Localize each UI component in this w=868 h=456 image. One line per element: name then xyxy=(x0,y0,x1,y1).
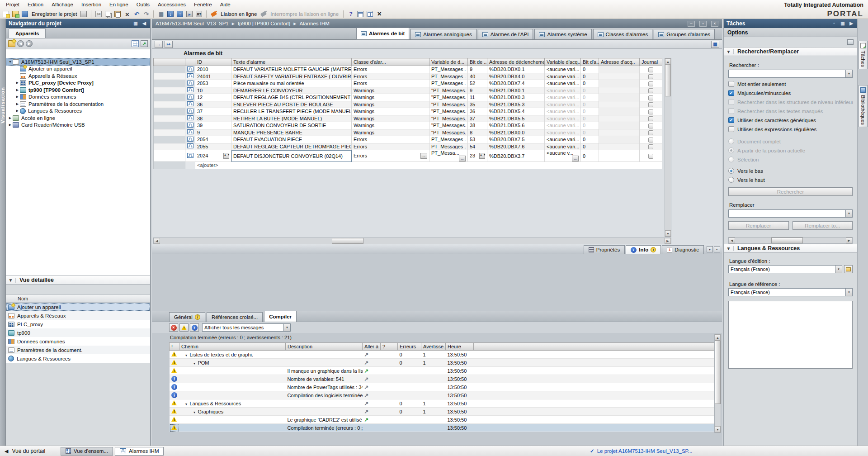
detail-view-header[interactable]: ▼ Vue détaillée xyxy=(6,276,150,285)
insert-row-icon[interactable]: → xyxy=(155,41,163,48)
side-tab-biblioth-ques[interactable]: Bibliothèques xyxy=(859,85,868,127)
cell-journal[interactable] xyxy=(640,66,662,73)
alarm-row-39[interactable]: 39SATURATION CONVOYEUR DE SORTIEWarnings… xyxy=(154,122,662,129)
cell-id[interactable]: 2053 xyxy=(195,80,231,87)
go-online-icon[interactable] xyxy=(210,10,218,18)
cell-chemin[interactable]: ▼Langues & Ressources xyxy=(179,399,286,408)
message-filter-select[interactable]: Afficher tous les messages ▼ xyxy=(202,323,291,332)
tree-item-ajouter-un-appareil[interactable]: Ajouter un appareil xyxy=(6,66,150,73)
cell-adresse[interactable]: %DB20.DBX7.4 xyxy=(487,80,545,87)
tab-classes-d-alarmes[interactable]: Classes d'alarmes xyxy=(593,29,653,39)
detail-view-column-header[interactable]: Nom xyxy=(6,294,150,303)
list-item-appareils-r-seaux[interactable]: Appareils & Réseaux xyxy=(6,311,150,320)
cell-classe[interactable]: Errors xyxy=(352,80,429,87)
cell-ack-variable[interactable]: <aucune vari... xyxy=(545,115,581,122)
cell-description[interactable] xyxy=(286,351,363,359)
alarm-row-2054[interactable]: 2054DEFAUT EVACUATION PIECEErrorsPT_Mess… xyxy=(154,136,662,143)
column-header-heure[interactable]: Heure xyxy=(446,343,474,351)
checkbox-majuscules-minuscules[interactable]: Majuscules/minuscules xyxy=(728,90,853,96)
chevron-down-icon[interactable]: ▼ xyxy=(845,70,852,77)
cell-ack-bit[interactable]: 0 xyxy=(581,108,599,115)
accessible-devices-icon[interactable] xyxy=(347,10,355,18)
cell-adresse[interactable]: %DB20.DBX0.1 xyxy=(487,66,545,73)
cell-journal[interactable] xyxy=(640,94,662,101)
journal-checkbox[interactable] xyxy=(648,130,653,135)
cell-journal[interactable] xyxy=(640,143,662,150)
cell-ack-bit[interactable]: 0 xyxy=(581,66,599,73)
goto-arrow-icon[interactable]: ↗ xyxy=(364,352,369,358)
compile-row-le-graphique-cadre2[interactable]: Le graphique 'CADRE2' est utilisé dans p… xyxy=(170,416,720,424)
list-item-ajouter-un-appareil[interactable]: Ajouter un appareil xyxy=(6,303,150,311)
scroll-left-icon[interactable]: ◀ xyxy=(729,238,735,243)
menu-projet[interactable]: Projet xyxy=(2,0,24,9)
list-item-donn-es-communes[interactable]: Données communes xyxy=(6,337,150,346)
column-header-avertisse[interactable]: Avertisse... xyxy=(421,343,446,351)
cell-texte[interactable]: DEFAUT REGLAGE CAPTEUR DETROMPAGE PIECE xyxy=(231,143,352,150)
scroll-left-icon[interactable]: ◀ xyxy=(154,238,160,244)
float-panel-icon[interactable]: ▫ xyxy=(831,21,837,26)
start-window-icon[interactable] xyxy=(356,10,364,18)
cell-variable[interactable]: PT_Messages . xyxy=(429,143,468,150)
cell-classe[interactable]: Errors xyxy=(352,143,429,150)
dock-tab-info[interactable]: iInfoi xyxy=(626,245,661,254)
radio-s-lection[interactable]: Sélection xyxy=(728,157,853,162)
scroll-up-icon[interactable]: ▲ xyxy=(715,334,721,341)
cell-ack-bit[interactable]: 0 xyxy=(581,150,599,162)
languages-resources-header[interactable]: ▼ Langues & Ressources xyxy=(724,244,857,253)
cell-journal[interactable] xyxy=(640,136,662,143)
goto-arrow-icon[interactable]: ↗ xyxy=(364,368,369,374)
cell-id[interactable]: 2024▲ ▼ xyxy=(195,150,231,162)
cell-variable[interactable]: "PT_Messages. xyxy=(429,94,468,101)
scroll-thumb[interactable] xyxy=(771,238,803,243)
chevron-down-icon[interactable]: ▼ xyxy=(283,324,290,331)
cell-ack-adresse[interactable] xyxy=(599,87,640,94)
tree-item-a16m7513-ihm-seul-v13-sp1[interactable]: ▼A16M7513-IHM Seul_V13_SP1 xyxy=(6,58,150,66)
project-status[interactable]: ✓ Le projet A16M7513-IHM Seul_V13_SP... xyxy=(590,448,692,454)
expand-icon[interactable]: ▶ xyxy=(8,123,13,127)
cell-ack-adresse[interactable] xyxy=(599,143,640,150)
statusbar-button-vue-d-ensem[interactable]: Vue d'ensem... xyxy=(61,447,113,456)
upload-from-device-icon[interactable] xyxy=(176,10,184,18)
goto-arrow-icon[interactable]: ↗ xyxy=(364,376,369,382)
compile-row-compilation-termin-e[interactable]: Compilation terminée (erreurs : 0 ; aver… xyxy=(170,424,720,432)
checkbox-icon[interactable] xyxy=(728,81,734,87)
checkbox-rechercher-dans-les-textes-masqu-s[interactable]: Rechercher dans les textes masqués xyxy=(728,108,853,114)
cell-bit[interactable]: 23▲ ▼ xyxy=(468,150,487,162)
cell-adresse[interactable]: %DB21.DBX0.0 xyxy=(487,129,545,136)
cell-description[interactable]: Il manque un graphique dans la liste de … xyxy=(286,367,363,375)
cell-classe[interactable]: Warnings xyxy=(352,94,429,101)
language-list-box[interactable] xyxy=(728,301,853,369)
radio-vers-le-haut[interactable]: Vers le haut xyxy=(728,177,853,183)
scroll-thumb[interactable] xyxy=(332,238,363,244)
tab-alarmes-syst-me[interactable]: Alarmes système xyxy=(534,29,591,39)
scroll-down-icon[interactable]: ▼ xyxy=(715,426,721,432)
tab-compiler[interactable]: Compiler xyxy=(264,311,297,322)
cell-description[interactable]: Nombre de variables: 541 xyxy=(286,375,363,383)
cell-classe[interactable]: Errors... xyxy=(352,150,429,162)
cell-adresse[interactable]: %DB21.DBX5.3 xyxy=(487,101,545,108)
breadcrumb-a16m7513-ihm-seul-v13-sp1[interactable]: A16M7513-IHM Seul_V13_SP1 xyxy=(156,21,229,26)
cell-ack-adresse[interactable] xyxy=(599,129,640,136)
checkbox-utiliser-des-caract-res-g-n-riques[interactable]: Utiliser des caractères génériques xyxy=(728,117,853,123)
cell-texte[interactable]: DEFAUT DISJONCTEUR CONVOYEUR (02Q14) xyxy=(231,150,352,162)
expand-icon[interactable]: ▶ xyxy=(15,81,20,85)
cell-goto[interactable]: ↗ xyxy=(363,359,381,367)
tree-item-acc-s-en-ligne[interactable]: ▶Accès en ligne xyxy=(6,114,150,122)
download-to-device-icon[interactable] xyxy=(166,10,175,18)
cell-chemin[interactable] xyxy=(179,383,286,391)
cell-variable[interactable]: PT_Messages . xyxy=(429,66,468,73)
tab-alarmes-analogiques[interactable]: Alarmes analogiques xyxy=(410,29,476,39)
column-header-variable-de-d[interactable]: Variable de d... xyxy=(429,58,468,66)
collapse-panel-icon[interactable]: ◀ xyxy=(141,21,147,26)
menu-insertion[interactable]: Insertion xyxy=(77,0,105,9)
cell-bit[interactable]: 11 xyxy=(468,94,487,101)
search-button[interactable]: Rechercher xyxy=(728,187,853,196)
cell-ack-variable[interactable]: <aucune vari... xyxy=(545,66,581,73)
goto-arrow-icon[interactable]: ↗ xyxy=(364,417,369,423)
collapse-panel-icon[interactable]: ▶ xyxy=(848,21,854,26)
cell-variable[interactable]: "PT_Messages. xyxy=(429,108,468,115)
goto-arrow-icon[interactable]: ↗ xyxy=(364,408,369,415)
cell-ack-bit[interactable]: 0 xyxy=(581,73,599,80)
visualisation-strip[interactable]: Visualisation xyxy=(0,19,6,446)
tree-item-card-reader-m-moire-usb[interactable]: ▶Card Reader/Mémoire USB xyxy=(6,122,150,129)
